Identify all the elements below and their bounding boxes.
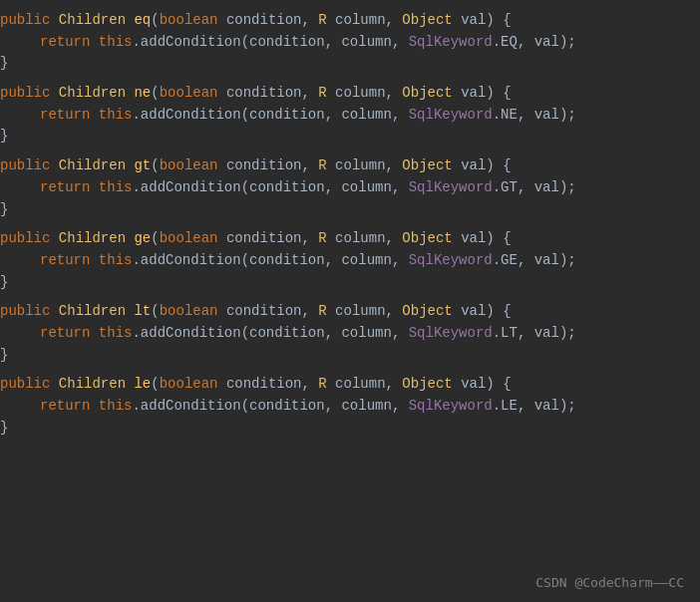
code-line: return this.addCondition(condition, colu… (0, 177, 700, 199)
code-line: return this.addCondition(condition, colu… (0, 396, 700, 418)
method-ge: public Children ge(boolean condition, R … (0, 228, 700, 293)
code-line: return this.addCondition(condition, colu… (0, 105, 700, 127)
method-ne: public Children ne(boolean condition, R … (0, 83, 700, 148)
code-line: public Children gt(boolean condition, R … (0, 155, 700, 177)
method-eq: public Children eq(boolean condition, R … (0, 10, 700, 75)
code-line: public Children eq(boolean condition, R … (0, 10, 700, 32)
code-line: return this.addCondition(condition, colu… (0, 323, 700, 345)
code-line: } (0, 418, 700, 440)
watermark: CSDN @CodeCharm——CC (535, 573, 684, 594)
code-line: public Children lt(boolean condition, R … (0, 301, 700, 323)
code-line: public Children ne(boolean condition, R … (0, 83, 700, 105)
method-lt: public Children lt(boolean condition, R … (0, 301, 700, 366)
code-line: } (0, 199, 700, 221)
code-line: } (0, 272, 700, 294)
code-line: return this.addCondition(condition, colu… (0, 32, 700, 54)
method-gt: public Children gt(boolean condition, R … (0, 155, 700, 220)
code-line: public Children ge(boolean condition, R … (0, 228, 700, 250)
method-le: public Children le(boolean condition, R … (0, 374, 700, 439)
code-line: } (0, 126, 700, 148)
code-line: } (0, 53, 700, 75)
code-container: public Children eq(boolean condition, R … (0, 0, 700, 602)
code-line: public Children le(boolean condition, R … (0, 374, 700, 396)
code-line: } (0, 345, 700, 367)
code-line: return this.addCondition(condition, colu… (0, 250, 700, 272)
